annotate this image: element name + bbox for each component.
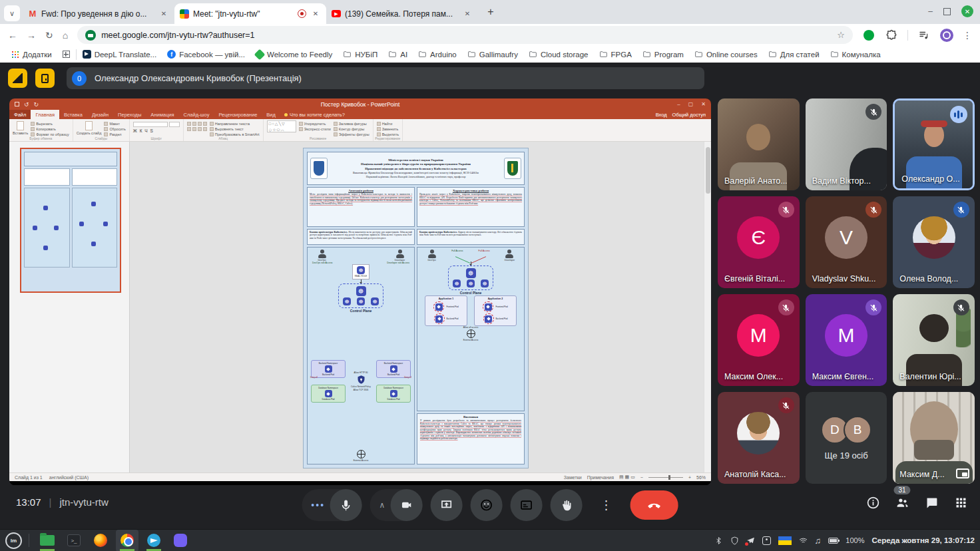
yellow-door-extension-icon[interactable] [35, 69, 55, 88]
back-button[interactable]: ← [8, 31, 17, 40]
presenter-chip[interactable]: 0 Олександр Олександрович Кривобок (През… [67, 67, 704, 89]
taskbar: lm >_ ♫ 100% Середа жовтня 29, 13:07:12 [0, 529, 980, 551]
participant-tile[interactable]: Анатолій Каса... [718, 392, 800, 484]
taskbar-firefox[interactable] [89, 530, 112, 551]
people-icon [895, 496, 909, 510]
tab-meet[interactable]: Meet: "jtn-vytu-rtw" ✕ [174, 3, 326, 24]
bookmark-folder[interactable]: Program [638, 48, 688, 61]
participant-tile[interactable]: М Максим Олек... [718, 294, 800, 386]
participant-tile[interactable]: Валерій Анато... [718, 98, 800, 190]
mic-button[interactable] [330, 489, 362, 521]
activities-button[interactable] [952, 494, 969, 511]
profile-avatar[interactable] [940, 29, 953, 42]
minimize-button[interactable]: – [928, 7, 933, 16]
file-manager-icon [40, 535, 55, 546]
camera-button[interactable] [390, 489, 422, 521]
more-options-button[interactable]: ⋮ [590, 489, 622, 521]
taskbar-files[interactable] [36, 530, 59, 551]
mic-control[interactable] [302, 489, 362, 521]
bookmark-folder[interactable]: Arduino [413, 48, 461, 61]
media-controls-icon[interactable] [917, 29, 931, 42]
tab-search-button[interactable]: ∨ [4, 5, 20, 21]
extensions-puzzle-icon[interactable] [885, 29, 898, 42]
bookmark-folder[interactable]: Cloud storage [524, 48, 593, 61]
bookmark-facebook[interactable]: fFacebook — увій... [162, 48, 250, 61]
participant-tile[interactable]: М Максим Євген... [806, 294, 887, 386]
chevron-up-icon[interactable]: ∧ [370, 500, 391, 510]
telegram-tray-icon[interactable] [746, 536, 755, 545]
zoom-plus-icon: + [688, 475, 691, 480]
leave-call-button[interactable] [630, 490, 678, 520]
captions-button[interactable] [510, 489, 542, 521]
bookmark-apps[interactable]: Додатки [7, 49, 57, 61]
meeting-details-button[interactable] [864, 494, 881, 511]
bookmark-star-icon[interactable]: ☆ [837, 30, 845, 40]
site-icon [85, 30, 96, 41]
participant-tile[interactable]: Вадим Віктор... [806, 98, 887, 190]
maximize-button[interactable] [943, 8, 951, 15]
taskbar-terminal[interactable]: >_ [63, 530, 85, 551]
overflow-participants-tile[interactable]: D B Ще 19 осіб [806, 392, 887, 484]
bookmark-folder[interactable]: Gallimaufry [463, 48, 523, 61]
address-bar[interactable]: meet.google.com/jtn-vytu-rtw?authuser=1 … [77, 26, 853, 44]
close-icon[interactable]: ✕ [310, 9, 321, 19]
telegram-icon [147, 534, 160, 547]
participant-tile[interactable]: Олександр О... [893, 98, 975, 190]
screenshare-tile[interactable]: ↺ ↻ Постер Кривобок - PowerPoint – ▢ ✕ Ф… [9, 98, 711, 485]
browser-menu-icon[interactable]: ⋮ [963, 31, 972, 40]
chat-button[interactable] [923, 494, 940, 511]
present-button[interactable] [430, 489, 462, 521]
avatar [913, 216, 955, 259]
close-icon[interactable]: ✕ [158, 9, 169, 19]
meeting-code: jtn-vytu-rtw [59, 496, 108, 508]
hand-icon [559, 498, 573, 512]
raise-hand-button[interactable] [550, 489, 582, 521]
external-access: External Access [354, 450, 369, 462]
bookmark-folder[interactable]: Online courses [690, 48, 762, 61]
camera-control[interactable]: ∧ [370, 489, 423, 521]
bookmark-folder[interactable]: AI [383, 48, 412, 61]
divider [29, 534, 29, 547]
shapes-gallery: □○△╲▽◇☆⬭⌒ [267, 120, 296, 132]
close-icon[interactable]: ✕ [462, 9, 473, 19]
people-button[interactable]: 31 [893, 494, 911, 511]
folder-icon [694, 50, 703, 59]
wifi-icon[interactable] [799, 536, 808, 545]
picture-in-picture-icon[interactable] [956, 468, 969, 478]
audio-player-icon[interactable]: ♫ [815, 536, 822, 546]
home-button[interactable]: ⌂ [63, 31, 68, 40]
reactions-button[interactable] [470, 489, 502, 521]
bookmark-folder[interactable]: НУБіП [338, 48, 382, 61]
participant-tile[interactable]: Валентин Юрі... [893, 294, 975, 386]
bookmark-deepl[interactable]: DeepL Translate... [78, 48, 162, 61]
participant-tile[interactable]: V Vladyslav Shku... [806, 196, 887, 288]
bookmark-folder[interactable]: FPGA [595, 48, 636, 61]
forward-button[interactable]: → [27, 31, 36, 40]
window-close-button[interactable]: ✕ [961, 5, 973, 17]
yellow-ruler-extension-icon[interactable] [8, 69, 27, 88]
participant-tile[interactable]: Олена Волод... [893, 196, 975, 288]
participant-tile[interactable]: Максим Д... [893, 392, 975, 484]
shield-icon[interactable] [730, 536, 739, 545]
taskbar-viber[interactable] [169, 530, 192, 551]
bookmark-feedly[interactable]: Welcome to Feedly [251, 49, 337, 61]
bookmark-squares[interactable] [58, 49, 75, 60]
tab-gmail[interactable]: M Fwd: Про уведення в дію о... ✕ [23, 3, 174, 24]
taskbar-telegram[interactable] [142, 530, 165, 551]
ppt-group-drawing: □○△╲▽◇☆⬭⌒ Упорядочить Экспресс-стили Зал… [264, 119, 373, 141]
bluetooth-icon[interactable] [714, 536, 723, 545]
bookmark-folder[interactable]: Для статей [764, 48, 824, 61]
reload-button[interactable]: ↻ [45, 31, 53, 40]
tab-youtube[interactable]: ▶ (139) Семейка. Потеря пам... ✕ [326, 3, 478, 24]
screenshot-tray-icon[interactable] [762, 536, 771, 545]
mic-off-icon [778, 202, 794, 218]
participant-tile[interactable]: Є Євгеній Віталі... [718, 196, 800, 288]
keyboard-layout-flag-ua[interactable] [778, 536, 792, 545]
taskbar-clock[interactable]: Середа жовтня 29, 13:07:12 [871, 536, 975, 544]
taskbar-chrome[interactable] [116, 530, 138, 551]
battery-icon[interactable] [828, 538, 838, 544]
new-tab-button[interactable]: + [482, 3, 499, 21]
bookmark-folder[interactable]: Комуналка [826, 48, 885, 61]
ghostery-extension-icon[interactable] [862, 29, 875, 42]
mint-menu-button[interactable]: lm [5, 532, 22, 549]
